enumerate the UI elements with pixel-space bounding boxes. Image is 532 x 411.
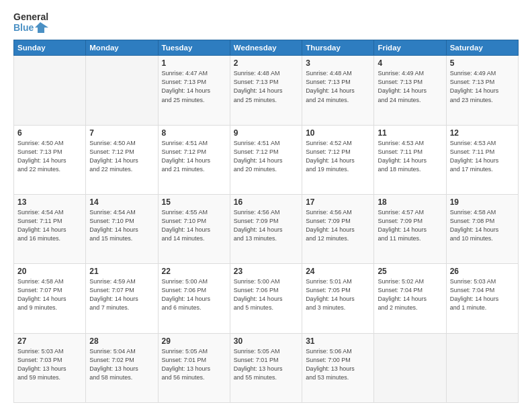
day-number: 3 (306, 58, 370, 68)
calendar-cell: 7Sunrise: 4:50 AM Sunset: 7:12 PM Daylig… (86, 125, 158, 194)
day-number: 19 (450, 197, 515, 207)
day-detail: Sunrise: 4:51 AM Sunset: 7:12 PM Dayligh… (162, 139, 226, 174)
day-number: 8 (162, 128, 226, 138)
calendar-page: General Blue SundayMondayTuesdayWednesda… (0, 0, 532, 411)
day-detail: Sunrise: 5:03 AM Sunset: 7:03 PM Dayligh… (17, 347, 82, 382)
calendar-cell: 11Sunrise: 4:53 AM Sunset: 7:11 PM Dayli… (374, 125, 446, 194)
day-number: 14 (89, 197, 154, 207)
logo: General Blue (13, 12, 48, 33)
calendar-cell: 23Sunrise: 5:00 AM Sunset: 7:06 PM Dayli… (230, 264, 302, 333)
day-number: 5 (450, 58, 515, 68)
logo-blue: Blue (13, 23, 34, 33)
day-number: 30 (234, 336, 298, 346)
day-detail: Sunrise: 4:57 AM Sunset: 7:09 PM Dayligh… (378, 208, 442, 243)
calendar-cell (374, 333, 446, 402)
day-number: 26 (450, 267, 515, 276)
calendar-cell: 26Sunrise: 5:03 AM Sunset: 7:04 PM Dayli… (446, 264, 518, 333)
day-number: 25 (378, 267, 442, 276)
svg-marker-0 (35, 22, 48, 33)
day-detail: Sunrise: 4:53 AM Sunset: 7:11 PM Dayligh… (378, 139, 442, 174)
calendar-cell: 4Sunrise: 4:49 AM Sunset: 7:13 PM Daylig… (374, 56, 446, 125)
day-detail: Sunrise: 4:58 AM Sunset: 7:07 PM Dayligh… (17, 277, 82, 312)
day-detail: Sunrise: 4:52 AM Sunset: 7:12 PM Dayligh… (306, 139, 370, 174)
calendar-cell: 3Sunrise: 4:48 AM Sunset: 7:13 PM Daylig… (302, 56, 374, 125)
logo-arrow-icon (35, 22, 48, 33)
day-detail: Sunrise: 4:54 AM Sunset: 7:11 PM Dayligh… (17, 208, 82, 243)
day-detail: Sunrise: 4:50 AM Sunset: 7:13 PM Dayligh… (17, 139, 82, 174)
calendar-cell: 1Sunrise: 4:47 AM Sunset: 7:13 PM Daylig… (158, 56, 230, 125)
calendar-cell: 15Sunrise: 4:55 AM Sunset: 7:10 PM Dayli… (158, 195, 230, 264)
calendar-cell: 18Sunrise: 4:57 AM Sunset: 7:09 PM Dayli… (374, 195, 446, 264)
calendar-cell: 22Sunrise: 5:00 AM Sunset: 7:06 PM Dayli… (158, 264, 230, 333)
calendar-cell: 20Sunrise: 4:58 AM Sunset: 7:07 PM Dayli… (14, 264, 86, 333)
day-number: 28 (89, 336, 154, 346)
day-detail: Sunrise: 4:49 AM Sunset: 7:13 PM Dayligh… (450, 69, 515, 104)
day-detail: Sunrise: 4:48 AM Sunset: 7:13 PM Dayligh… (306, 69, 370, 104)
calendar-cell: 2Sunrise: 4:48 AM Sunset: 7:13 PM Daylig… (230, 56, 302, 125)
day-detail: Sunrise: 4:56 AM Sunset: 7:09 PM Dayligh… (306, 208, 370, 243)
day-number: 20 (17, 267, 82, 276)
day-number: 9 (234, 128, 298, 138)
logo-container: General Blue (13, 12, 48, 33)
day-number: 11 (378, 128, 442, 138)
calendar-cell: 25Sunrise: 5:02 AM Sunset: 7:04 PM Dayli… (374, 264, 446, 333)
day-detail: Sunrise: 5:05 AM Sunset: 7:01 PM Dayligh… (162, 347, 226, 382)
calendar-cell: 12Sunrise: 4:53 AM Sunset: 7:11 PM Dayli… (446, 125, 518, 194)
calendar-cell (86, 56, 158, 125)
day-number: 2 (234, 58, 298, 68)
day-detail: Sunrise: 5:00 AM Sunset: 7:06 PM Dayligh… (234, 277, 298, 312)
weekday-header-saturday: Saturday (446, 40, 518, 56)
day-number: 24 (306, 267, 370, 276)
calendar-cell: 10Sunrise: 4:52 AM Sunset: 7:12 PM Dayli… (302, 125, 374, 194)
day-detail: Sunrise: 4:59 AM Sunset: 7:07 PM Dayligh… (89, 277, 154, 312)
calendar-cell: 13Sunrise: 4:54 AM Sunset: 7:11 PM Dayli… (14, 195, 86, 264)
calendar-cell: 9Sunrise: 4:51 AM Sunset: 7:12 PM Daylig… (230, 125, 302, 194)
calendar-week-3: 20Sunrise: 4:58 AM Sunset: 7:07 PM Dayli… (14, 264, 519, 333)
day-detail: Sunrise: 5:05 AM Sunset: 7:01 PM Dayligh… (234, 347, 298, 382)
day-detail: Sunrise: 4:54 AM Sunset: 7:10 PM Dayligh… (89, 208, 154, 243)
weekday-header-wednesday: Wednesday (230, 40, 302, 56)
day-detail: Sunrise: 4:56 AM Sunset: 7:09 PM Dayligh… (234, 208, 298, 243)
day-number: 23 (234, 267, 298, 276)
day-number: 12 (450, 128, 515, 138)
weekday-header-friday: Friday (374, 40, 446, 56)
day-number: 10 (306, 128, 370, 138)
day-number: 6 (17, 128, 82, 138)
day-detail: Sunrise: 4:58 AM Sunset: 7:08 PM Dayligh… (450, 208, 515, 243)
day-detail: Sunrise: 4:51 AM Sunset: 7:12 PM Dayligh… (234, 139, 298, 174)
calendar-cell (446, 333, 518, 402)
calendar-cell: 28Sunrise: 5:04 AM Sunset: 7:02 PM Dayli… (86, 333, 158, 402)
calendar-header-row: SundayMondayTuesdayWednesdayThursdayFrid… (14, 40, 519, 56)
weekday-header-monday: Monday (86, 40, 158, 56)
calendar-cell: 16Sunrise: 4:56 AM Sunset: 7:09 PM Dayli… (230, 195, 302, 264)
calendar-cell: 14Sunrise: 4:54 AM Sunset: 7:10 PM Dayli… (86, 195, 158, 264)
day-number: 22 (162, 267, 226, 276)
day-detail: Sunrise: 5:06 AM Sunset: 7:00 PM Dayligh… (306, 347, 370, 382)
calendar-cell: 27Sunrise: 5:03 AM Sunset: 7:03 PM Dayli… (14, 333, 86, 402)
day-detail: Sunrise: 4:47 AM Sunset: 7:13 PM Dayligh… (162, 69, 226, 104)
day-number: 7 (89, 128, 154, 138)
calendar-cell: 21Sunrise: 4:59 AM Sunset: 7:07 PM Dayli… (86, 264, 158, 333)
calendar-week-0: 1Sunrise: 4:47 AM Sunset: 7:13 PM Daylig… (14, 56, 519, 125)
day-detail: Sunrise: 5:01 AM Sunset: 7:05 PM Dayligh… (306, 277, 370, 312)
calendar-cell: 24Sunrise: 5:01 AM Sunset: 7:05 PM Dayli… (302, 264, 374, 333)
calendar-cell: 6Sunrise: 4:50 AM Sunset: 7:13 PM Daylig… (14, 125, 86, 194)
calendar-table: SundayMondayTuesdayWednesdayThursdayFrid… (13, 40, 519, 403)
day-number: 13 (17, 197, 82, 207)
calendar-week-1: 6Sunrise: 4:50 AM Sunset: 7:13 PM Daylig… (14, 125, 519, 194)
calendar-week-4: 27Sunrise: 5:03 AM Sunset: 7:03 PM Dayli… (14, 333, 519, 402)
day-detail: Sunrise: 4:55 AM Sunset: 7:10 PM Dayligh… (162, 208, 226, 243)
day-detail: Sunrise: 4:53 AM Sunset: 7:11 PM Dayligh… (450, 139, 515, 174)
calendar-cell: 8Sunrise: 4:51 AM Sunset: 7:12 PM Daylig… (158, 125, 230, 194)
calendar-cell: 5Sunrise: 4:49 AM Sunset: 7:13 PM Daylig… (446, 56, 518, 125)
logo-general: General (13, 12, 48, 22)
day-number: 31 (306, 336, 370, 346)
calendar-week-2: 13Sunrise: 4:54 AM Sunset: 7:11 PM Dayli… (14, 195, 519, 264)
calendar-cell: 17Sunrise: 4:56 AM Sunset: 7:09 PM Dayli… (302, 195, 374, 264)
day-detail: Sunrise: 5:03 AM Sunset: 7:04 PM Dayligh… (450, 277, 515, 312)
day-detail: Sunrise: 5:00 AM Sunset: 7:06 PM Dayligh… (162, 277, 226, 312)
day-detail: Sunrise: 4:48 AM Sunset: 7:13 PM Dayligh… (234, 69, 298, 104)
calendar-cell (14, 56, 86, 125)
day-detail: Sunrise: 5:04 AM Sunset: 7:02 PM Dayligh… (89, 347, 154, 382)
day-number: 16 (234, 197, 298, 207)
